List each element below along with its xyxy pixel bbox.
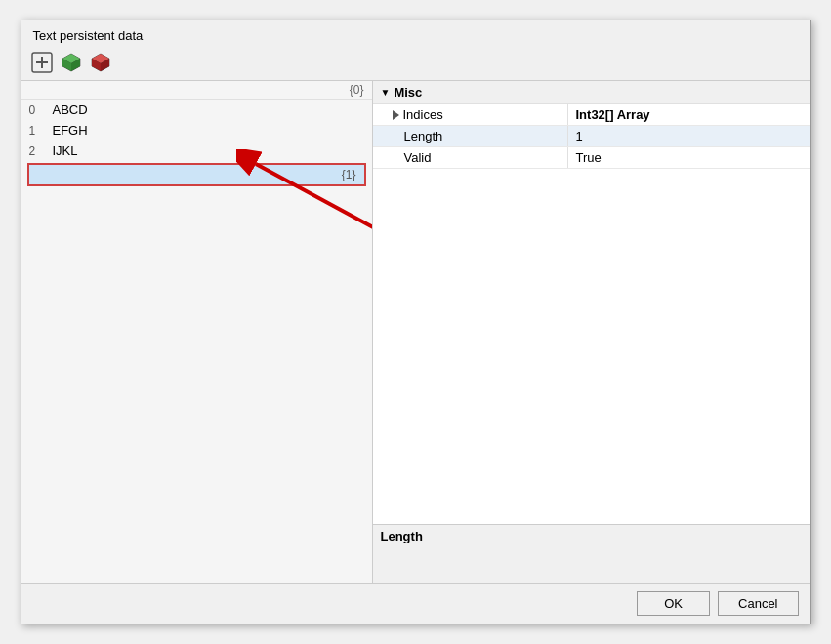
green-cube-button[interactable] (59, 51, 84, 76)
item-index-0: 0 (29, 103, 45, 117)
length-property-row[interactable]: Length 1 (373, 126, 810, 147)
item-value-0: ABCD (53, 102, 364, 117)
list-container[interactable]: 0 ABCD 1 EFGH 2 IJKL {1} (21, 100, 372, 583)
ok-button[interactable]: OK (637, 591, 710, 616)
item-value-2: IJKL (53, 143, 364, 158)
red-cube-button[interactable] (88, 51, 113, 76)
item-count: {0} (350, 83, 364, 97)
property-grid: ▼ Misc Indices Int32[] Array Length 1 (373, 81, 810, 524)
item-index-2: 2 (29, 144, 45, 158)
cancel-button[interactable]: Cancel (718, 591, 798, 616)
main-dialog: Text persistent data (21, 20, 811, 624)
left-panel: {0} 0 ABCD 1 EFGH 2 IJKL {1} (21, 81, 373, 583)
selected-item-label: {1} (342, 168, 356, 181)
indices-property-row[interactable]: Indices Int32[] Array (373, 104, 810, 126)
valid-label: Valid (373, 147, 568, 168)
left-header: {0} (21, 81, 372, 100)
length-value: 1 (568, 126, 810, 146)
dialog-title: Text persistent data (33, 28, 144, 43)
title-bar: Text persistent data (21, 20, 810, 47)
add-icon (31, 52, 53, 76)
section-misc-label: Misc (394, 85, 422, 100)
item-index-1: 1 (29, 124, 45, 138)
item-value-1: EFGH (53, 123, 364, 138)
indices-value: Int32[] Array (568, 104, 810, 125)
selected-item[interactable]: {1} (27, 163, 366, 186)
green-cube-icon (61, 52, 82, 76)
section-misc-header[interactable]: ▼ Misc (373, 81, 810, 104)
toolbar (21, 47, 810, 81)
red-cube-icon (90, 52, 111, 76)
valid-value: True (568, 147, 810, 168)
description-title: Length (381, 529, 803, 543)
main-content: {0} 0 ABCD 1 EFGH 2 IJKL {1} (21, 81, 810, 583)
length-label: Length (373, 126, 568, 146)
list-item[interactable]: 0 ABCD (21, 100, 372, 120)
right-panel: ▼ Misc Indices Int32[] Array Length 1 (373, 81, 810, 583)
valid-property-row[interactable]: Valid True (373, 147, 810, 169)
add-button[interactable] (29, 51, 55, 76)
misc-chevron-down-icon: ▼ (381, 87, 391, 98)
chevron-right-icon (393, 110, 399, 120)
description-panel: Length (373, 524, 810, 583)
button-bar: OK Cancel (21, 583, 810, 624)
indices-label: Indices (373, 104, 568, 125)
list-item[interactable]: 2 IJKL (21, 141, 372, 161)
list-item[interactable]: 1 EFGH (21, 120, 372, 141)
